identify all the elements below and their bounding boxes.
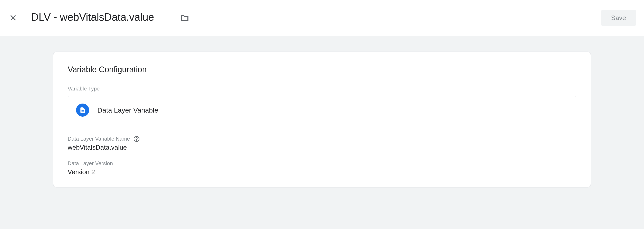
help-icon [134,136,140,142]
title-container [31,9,189,26]
variable-type-name: Data Layer Variable [97,106,158,114]
dlv-version-value: Version 2 [68,168,576,176]
dlv-version-label: Data Layer Version [68,160,113,167]
folder-icon [180,14,189,22]
dlv-name-value: webVitalsData.value [68,144,576,151]
data-layer-variable-icon [76,104,89,117]
content-area: Variable Configuration Variable Type Dat… [0,36,644,229]
svg-point-3 [136,140,137,141]
dlv-name-help-button[interactable] [134,136,140,142]
card-title: Variable Configuration [68,65,576,74]
variable-configuration-card: Variable Configuration Variable Type Dat… [53,52,591,187]
dlv-name-field: Data Layer Variable Name webVitalsData.v… [68,136,576,151]
save-button[interactable]: Save [601,10,636,26]
variable-type-selector[interactable]: Data Layer Variable [68,96,576,124]
dlv-version-field: Data Layer Version Version 2 [68,160,576,176]
close-button[interactable] [8,13,18,23]
close-icon [9,14,17,22]
variable-type-label: Variable Type [68,86,576,92]
dlv-name-label: Data Layer Variable Name [68,136,130,142]
variable-name-input[interactable] [31,9,174,26]
folder-button[interactable] [180,13,189,22]
dialog-header: Save [0,0,644,36]
